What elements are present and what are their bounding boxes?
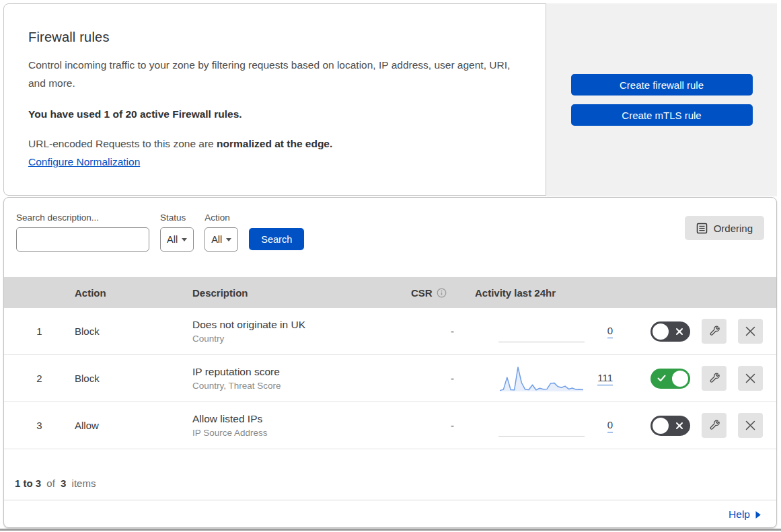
rule-action: Block: [75, 326, 192, 337]
ordering-button-label: Ordering: [714, 223, 753, 234]
rule-fields: Country, Threat Score: [192, 381, 411, 391]
status-dropdown[interactable]: All: [160, 227, 194, 252]
edit-rule-button[interactable]: [702, 366, 727, 391]
pagination-range: 1 to 3: [15, 478, 41, 489]
rule-priority: 1: [4, 326, 75, 337]
search-button[interactable]: Search: [249, 228, 304, 250]
chevron-down-icon: [226, 238, 231, 241]
rule-priority: 2: [4, 373, 75, 384]
pagination-total: 3: [61, 478, 66, 489]
rule-description-cell: IP reputation score Country, Threat Scor…: [192, 366, 411, 391]
delete-rule-button[interactable]: [738, 319, 763, 344]
rule-priority: 3: [4, 420, 75, 431]
rule-enabled-toggle[interactable]: [650, 369, 690, 389]
rule-controls: [613, 319, 776, 344]
rule-action: Allow: [75, 420, 192, 431]
normalization-note: URL-encoded Requests to this zone are no…: [28, 138, 519, 150]
toggle-x-icon: [675, 422, 683, 430]
filter-bar: Search description... Status All Action …: [4, 198, 776, 277]
pagination-of: of: [46, 478, 55, 489]
search-input-box[interactable]: [16, 227, 149, 252]
wrench-icon: [708, 373, 720, 385]
toggle-knob: [672, 371, 688, 387]
ordering-button[interactable]: Ordering: [685, 216, 764, 240]
intro-card: Firewall rules Control incoming traffic …: [3, 3, 546, 196]
pagination-items: items: [72, 478, 96, 489]
rule-csr-value: -: [411, 326, 458, 337]
rule-fields: IP Source Address: [192, 428, 411, 438]
toggle-x-icon: [675, 328, 683, 336]
status-label: Status: [160, 213, 194, 223]
column-header-description: Description: [192, 287, 411, 299]
help-link-label: Help: [729, 508, 750, 521]
edit-rule-button[interactable]: [702, 319, 727, 344]
page-title: Firewall rules: [28, 30, 519, 45]
delete-rule-button[interactable]: [738, 413, 763, 438]
rule-description: IP reputation score: [192, 366, 411, 378]
create-firewall-rule-button[interactable]: Create firewall rule: [571, 74, 753, 96]
close-icon: [745, 326, 756, 337]
toggle-knob: [653, 418, 669, 434]
search-group: Search description...: [16, 213, 149, 252]
rule-action: Block: [75, 373, 192, 384]
page-description: Control incoming traffic to your zone by…: [28, 56, 513, 92]
configure-normalization-link[interactable]: Configure Normalization: [28, 156, 140, 168]
rule-enabled-toggle[interactable]: [650, 416, 690, 436]
column-header-csr: CSR: [411, 287, 458, 299]
rule-description-cell: Does not originate in UK Country: [192, 319, 411, 344]
rule-description-cell: Allow listed IPs IP Source Address: [192, 413, 411, 438]
delete-rule-button[interactable]: [738, 366, 763, 391]
close-icon: [745, 373, 756, 384]
arrow-right-icon: [755, 510, 761, 519]
actions-panel: Create firewall rule Create mTLS rule: [546, 3, 777, 196]
info-icon[interactable]: [437, 288, 447, 298]
wrench-icon: [708, 326, 720, 338]
rule-activity-cell: 0: [458, 308, 613, 354]
search-label: Search description...: [16, 213, 149, 223]
wrench-icon: [708, 420, 720, 432]
toggle-check-icon: [657, 375, 666, 382]
status-dropdown-value: All: [167, 234, 178, 245]
rule-csr-value: -: [411, 420, 458, 431]
usage-summary: You have used 1 of 20 active Firewall ru…: [28, 108, 519, 120]
action-label: Action: [204, 213, 238, 223]
edit-rule-button[interactable]: [702, 413, 727, 438]
column-header-activity: Activity last 24hr: [458, 287, 613, 299]
toggle-knob: [653, 324, 669, 340]
table-row: 1 Block Does not originate in UK Country…: [4, 308, 776, 355]
activity-count-link[interactable]: 0: [607, 325, 613, 338]
column-header-action: Action: [75, 287, 192, 299]
action-dropdown[interactable]: All: [204, 227, 238, 252]
rule-activity-cell: 0: [458, 402, 613, 449]
help-bar: Help: [4, 500, 776, 529]
table-row: 3 Allow Allow listed IPs IP Source Addre…: [4, 402, 776, 449]
rule-description: Does not originate in UK: [192, 319, 411, 331]
firewall-rules-page: Firewall rules Control incoming traffic …: [0, 0, 781, 532]
table-row: 2 Block IP reputation score Country, Thr…: [4, 355, 776, 402]
normalization-bold-text: normalized at the edge.: [217, 138, 332, 149]
rule-controls: [613, 366, 776, 391]
activity-sparkline-flat: [498, 410, 585, 441]
rule-controls: [613, 413, 776, 438]
search-button-group: Search: [249, 213, 304, 250]
action-dropdown-value: All: [211, 234, 222, 245]
activity-count-link[interactable]: 0: [607, 419, 613, 432]
rule-activity-cell: 111: [458, 355, 613, 402]
rules-card: Search description... Status All Action …: [3, 197, 777, 528]
close-icon: [745, 420, 756, 431]
rule-description: Allow listed IPs: [192, 413, 411, 425]
table-header: Action Description CSR Activity last 24h…: [4, 277, 776, 308]
activity-count-link[interactable]: 111: [597, 372, 613, 385]
chevron-down-icon: [182, 238, 187, 241]
sparkline-svg: [498, 363, 585, 394]
rule-enabled-toggle[interactable]: [650, 321, 690, 342]
pagination-summary: 1 to 3 of 3 items: [4, 449, 776, 500]
window-bottom-edge: [0, 529, 781, 531]
create-mtls-rule-button[interactable]: Create mTLS rule: [571, 104, 753, 126]
status-filter-group: Status All: [160, 213, 194, 252]
search-input[interactable]: [26, 234, 148, 245]
rule-fields: Country: [192, 334, 411, 344]
help-link[interactable]: Help: [729, 508, 761, 521]
action-filter-group: Action All: [204, 213, 238, 252]
ordering-list-icon: [696, 223, 708, 234]
